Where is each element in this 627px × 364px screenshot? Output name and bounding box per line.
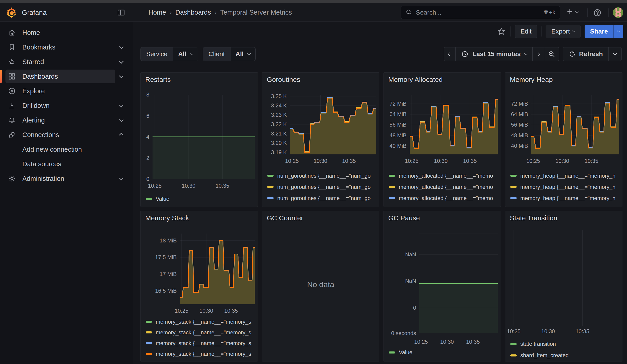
breadcrumb-home[interactable]: Home [149, 9, 166, 16]
panel-title[interactable]: Memory Stack [145, 214, 189, 222]
legend: Value [146, 193, 256, 204]
panel-title[interactable]: Restarts [145, 76, 171, 84]
panel-title[interactable]: Goroutines [267, 76, 300, 84]
chevron-left-icon [448, 52, 451, 56]
sidebar-item-explore[interactable]: Explore [0, 84, 133, 98]
sidebar-item-starred[interactable]: Starred [0, 54, 133, 69]
dashboard-area: Edit Export Share Service All [133, 22, 627, 364]
legend-series-swatch [146, 353, 152, 355]
service-filter-value[interactable]: All [173, 48, 198, 61]
legend-item[interactable]: memory_stack {__name__="memory_s [146, 327, 256, 338]
legend-item[interactable]: num_goroutines {__name__="num_go [267, 181, 377, 193]
panel-title[interactable]: Memory Allocated [388, 76, 443, 84]
legend-item[interactable]: memory_allocated {__name__="memo [389, 204, 499, 207]
chart-plot-area[interactable] [153, 95, 255, 179]
y-axis-tick: 0 [384, 305, 416, 311]
drilldown-icon [8, 102, 16, 110]
legend-series-label: Value [156, 196, 169, 202]
time-range-picker[interactable]: Last 15 minutes [456, 47, 532, 61]
legend-item[interactable]: memory_heap {__name__="memory_h [510, 193, 620, 204]
y-axis-tick: 4 [141, 134, 149, 140]
legend-series-label: memory_stack {__name__="memory_s [156, 319, 251, 325]
refresh-icon [569, 51, 576, 58]
legend-item[interactable]: memory_heap {__name__="memory_h [510, 181, 620, 193]
time-forward-button[interactable] [532, 47, 544, 61]
sidebar-item-add-new-connection[interactable]: Add new connection [0, 142, 133, 157]
legend-series-label: memory_allocated {__name__="memo [399, 173, 493, 179]
breadcrumb-dashboards[interactable]: Dashboards [175, 9, 211, 16]
chart-plot-area[interactable] [410, 95, 498, 155]
legend: memory_stack {__name__="memory_smemory_s… [146, 316, 256, 359]
x-axis-tick: 10:30 [546, 158, 578, 164]
sidebar-nav: HomeBookmarksStarredDashboardsExploreDri… [0, 22, 133, 364]
sidebar-item-label: Starred [22, 58, 113, 66]
legend-series-label: shard_item_created [520, 352, 569, 359]
sidebar-item-administration[interactable]: Administration [0, 171, 133, 186]
refresh-button[interactable]: Refresh [563, 47, 609, 61]
sidebar-item-home[interactable]: Home [0, 25, 133, 40]
search-input[interactable] [416, 9, 540, 16]
sidebar-item-connections[interactable]: Connections [0, 127, 133, 142]
legend-item[interactable]: num_goroutines {__name__="num_go [267, 170, 377, 181]
chart-plot-area[interactable] [290, 95, 376, 155]
legend-series-label: memory_heap {__name__="memory_h [520, 173, 615, 179]
sidebar-toggle-icon[interactable] [117, 8, 125, 17]
avatar[interactable] [613, 7, 623, 18]
legend-item[interactable]: memory_heap {__name__="memory_h [510, 204, 620, 207]
edit-button[interactable]: Edit [515, 25, 537, 38]
y-axis-tick: 2 [141, 155, 149, 161]
header-divider [133, 3, 133, 21]
sidebar-item-bookmarks[interactable]: Bookmarks [0, 40, 133, 54]
legend-item[interactable]: shard_item_created [510, 350, 620, 361]
service-filter[interactable]: Service All [140, 47, 198, 61]
legend-item[interactable]: memory_allocated {__name__="memo [389, 181, 499, 193]
client-filter[interactable]: Client All [203, 47, 255, 61]
panel-title[interactable]: GC Pause [388, 214, 420, 222]
panel-title[interactable]: State Transition [510, 214, 557, 222]
sidebar-item-drilldown[interactable]: Drilldown [0, 98, 133, 113]
panel-title[interactable]: Memory Heap [510, 76, 553, 84]
favorite-star-icon[interactable] [496, 26, 506, 37]
legend-item[interactable]: memory_stack {__name__="memory_s [146, 316, 256, 327]
compass-icon [8, 87, 16, 95]
y-axis-tick: 16.5 MiB [141, 288, 177, 294]
legend-item[interactable]: Value [146, 193, 256, 204]
export-button[interactable]: Export [546, 25, 580, 38]
share-button[interactable]: Share [585, 25, 613, 38]
x-axis-tick: 10:35 [575, 158, 607, 164]
legend-item[interactable]: num_goroutines {__name__="num_go [267, 204, 377, 207]
legend-series-label: num_goroutines {__name__="num_go [277, 195, 371, 201]
add-new-button[interactable] [566, 8, 578, 16]
legend-item[interactable]: memory_heap {__name__="memory_h [510, 170, 620, 181]
client-filter-value[interactable]: All [230, 48, 255, 61]
legend-item[interactable]: memory_allocated {__name__="memo [389, 170, 499, 181]
refresh-interval-chevron[interactable] [608, 47, 622, 61]
sidebar-item-label: Drilldown [22, 102, 113, 109]
chart-plot-area[interactable] [531, 95, 619, 155]
share-options-chevron[interactable] [613, 25, 623, 38]
help-icon[interactable] [593, 8, 602, 17]
x-axis-tick: 10:25 [396, 158, 427, 164]
chart-plot-area[interactable] [419, 234, 498, 333]
clock-icon [461, 50, 469, 58]
legend-item[interactable]: memory_stack {__name__="memory_s [146, 338, 256, 349]
sidebar-item-dashboards[interactable]: Dashboards [0, 69, 133, 84]
legend-item[interactable]: num_goroutines {__name__="num_go [267, 193, 377, 204]
plus-icon [566, 8, 574, 16]
sidebar-item-data-sources[interactable]: Data sources [0, 157, 133, 171]
legend-item[interactable]: memory_stack {__name__="memory_s [146, 349, 256, 359]
legend-item[interactable]: memory_allocated {__name__="memo [389, 193, 499, 204]
time-back-button[interactable] [444, 47, 456, 61]
panel-title[interactable]: GC Counter [267, 214, 303, 222]
legend-item[interactable]: state transition [510, 338, 620, 350]
sidebar-item-alerting[interactable]: Alerting [0, 113, 133, 127]
legend-series-swatch [510, 197, 517, 199]
chart-plot-area[interactable] [508, 230, 620, 326]
zoom-out-button[interactable] [544, 47, 559, 61]
grafana-logo-icon[interactable] [6, 7, 17, 18]
legend-item[interactable]: Value [389, 347, 499, 358]
chart-plot-area[interactable] [180, 234, 255, 304]
x-axis-tick: 10:30 [532, 328, 564, 335]
panel-gc_pause: GC PauseNaNNaN00 seconds10:2510:3010:35V… [383, 211, 501, 362]
search-input-box[interactable]: ⌘+k [401, 6, 560, 19]
